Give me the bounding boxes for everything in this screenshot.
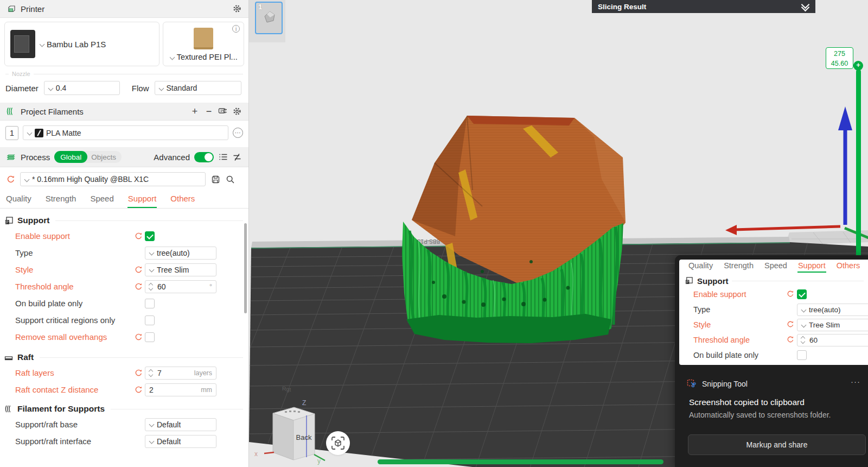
global-objects-segment[interactable]: Global Objects [54, 151, 122, 163]
filament-index: 1 [5, 126, 18, 140]
x-axis-arrow [734, 226, 840, 230]
filament-select[interactable]: PLA Matte [23, 125, 228, 140]
chevron-down-icon [149, 250, 154, 255]
printer-cards: Bambu Lab P1S i Textured PEI Pl... [0, 18, 248, 70]
printer-settings-gear-icon[interactable] [232, 4, 242, 14]
printer-image [10, 30, 35, 58]
spinner-arrows[interactable] [149, 369, 155, 377]
raft-group-icon [4, 353, 14, 362]
settings-scrollbar[interactable] [244, 223, 247, 313]
on-build-plate-checkbox[interactable] [145, 299, 155, 308]
diameter-select[interactable]: 0.4 [44, 81, 120, 95]
process-section-title: Process [21, 153, 50, 162]
snapshot-cube-icon [331, 436, 345, 450]
preview-partial-row: Support critical regions only [679, 363, 868, 365]
plate-thumbnail[interactable]: 1 [255, 2, 283, 34]
raft-layers-input[interactable]: 7 layers [145, 367, 216, 380]
filament-swatch [35, 129, 43, 137]
chevron-down-icon [149, 422, 154, 427]
support-style-select[interactable]: Tree Slim [145, 263, 216, 276]
segment-global[interactable]: Global [54, 151, 87, 163]
spinner-arrows[interactable] [149, 282, 155, 291]
layer-slider-handle[interactable]: + [853, 61, 863, 71]
tab-strength[interactable]: Strength [45, 194, 77, 208]
raft-interface-select[interactable]: Default [145, 435, 216, 448]
plate-info-icon[interactable]: i [232, 25, 240, 33]
param-support-type: Type tree(auto) [0, 244, 248, 261]
critical-regions-checkbox[interactable] [145, 315, 155, 325]
param-on-build-plate: On build plate only [0, 295, 248, 312]
3d-viewport[interactable]: BBS-P1S [248, 0, 868, 467]
preset-reset-icon[interactable] [7, 175, 15, 184]
tab-quality[interactable]: Quality [5, 194, 32, 208]
reset-icon[interactable] [135, 333, 143, 342]
chevron-down-icon [149, 267, 154, 272]
raft-base-select[interactable]: Default [145, 418, 216, 431]
diameter-value: 0.4 [56, 84, 66, 92]
printer-section-title: Printer [21, 4, 44, 14]
reset-icon[interactable] [135, 369, 143, 377]
remove-overhangs-checkbox[interactable] [145, 332, 155, 342]
filaments-section-header: Project Filaments + − [0, 103, 248, 121]
advanced-toggle[interactable] [194, 152, 214, 162]
preview-enable-support: Enable support [679, 287, 868, 302]
plate-select-card[interactable]: i Textured PEI Pl... [163, 22, 244, 66]
tab-others[interactable]: Others [170, 194, 195, 208]
reset-icon[interactable] [135, 282, 143, 291]
filament-settings-gear-icon[interactable] [232, 106, 242, 116]
toast-more-button[interactable]: ··· [851, 377, 860, 386]
collapse-double-chevron-icon[interactable] [801, 3, 809, 10]
preview-type: Type tree(auto) [679, 302, 868, 317]
tune-icon[interactable] [232, 152, 242, 162]
layer-number: 275 [826, 49, 853, 59]
slicing-result-bar[interactable]: Slicing Result [592, 0, 815, 13]
param-raft-z-distance: Raft contact Z distance 2 mm [0, 381, 248, 398]
preview-tab-speed: Speed [764, 261, 788, 273]
sync-filament-icon[interactable] [218, 106, 228, 116]
markup-and-share-button[interactable]: Markup and share [688, 434, 866, 455]
slicing-result-title: Slicing Result [598, 3, 801, 11]
reset-icon[interactable] [135, 386, 143, 394]
process-layers-icon [7, 152, 16, 162]
chevron-down-icon [149, 439, 154, 444]
add-filament-button[interactable]: + [190, 106, 200, 116]
reset-icon[interactable] [135, 266, 143, 274]
tab-speed[interactable]: Speed [90, 194, 114, 208]
save-preset-icon[interactable] [210, 174, 220, 184]
snipping-tool-toast[interactable]: Quality Strength Speed Support Others Su… [675, 255, 868, 467]
reset-icon[interactable] [135, 232, 143, 241]
printer-select-card[interactable]: Bambu Lab P1S [4, 22, 159, 66]
preview-on-build-plate-checkbox [797, 350, 807, 360]
layer-height-mm: 45.60 [826, 59, 853, 68]
raft-z-distance-input[interactable]: 2 mm [145, 383, 216, 396]
search-icon[interactable] [225, 174, 235, 184]
enable-support-checkbox[interactable] [145, 231, 155, 241]
threshold-angle-input[interactable]: 60 ° [145, 280, 216, 293]
preset-select[interactable]: * 0.16mm High Quality @BBL X1C [20, 172, 206, 186]
preview-style: Style Tree Slim [679, 317, 868, 332]
preset-row: * 0.16mm High Quality @BBL X1C [0, 167, 248, 191]
segment-objects[interactable]: Objects [87, 153, 122, 161]
remove-filament-button[interactable]: − [204, 106, 214, 116]
toast-title: Screenshot copied to clipboard [689, 397, 805, 407]
filament-more-button[interactable]: ⋯ [233, 128, 243, 138]
preview-tab-support: Support [797, 261, 826, 273]
diameter-label: Diameter [5, 84, 39, 93]
toast-subtitle: Automatically saved to screenshots folde… [689, 411, 831, 419]
tab-support[interactable]: Support [127, 194, 157, 208]
preview-tab-others: Others [836, 261, 861, 273]
process-section-header: Process Global Objects Advanced [0, 147, 248, 167]
filament-supports-group-icon [4, 405, 14, 414]
settings-scroll-area: Support Enable support Type tree(auto) S… [0, 209, 248, 467]
nozzle-group: Nozzle Diameter 0.4 Flow Standard [0, 70, 248, 100]
axis-y-label: y [317, 457, 321, 465]
flow-select[interactable]: Standard [155, 81, 241, 95]
support-type-select[interactable]: tree(auto) [145, 247, 216, 260]
world-axes [725, 106, 868, 238]
nav-cube-back-face[interactable]: Back [296, 433, 312, 441]
param-critical-regions: Support critical regions only [0, 312, 248, 329]
snipping-tool-icon [687, 379, 696, 388]
list-view-icon[interactable] [218, 152, 228, 162]
horizontal-layer-slider[interactable] [378, 459, 663, 464]
viewport-snapshot-button[interactable] [326, 431, 350, 455]
